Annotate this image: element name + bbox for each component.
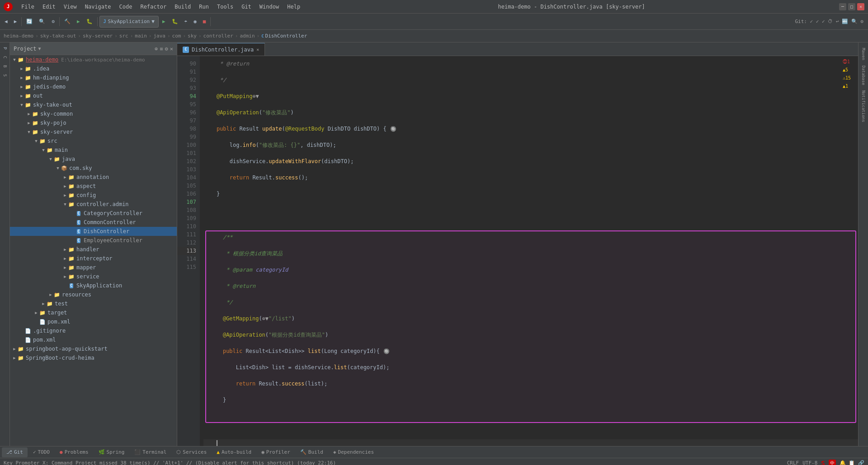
project-icon[interactable]: P: [1, 44, 9, 52]
tree-item-sky-pojo[interactable]: ▶ 📁 sky-pojo: [10, 118, 177, 127]
menu-tools[interactable]: Tools: [213, 3, 237, 11]
window-controls[interactable]: ─ □ ✕: [839, 3, 864, 10]
tree-item-interceptor[interactable]: ▶ 📁 interceptor: [10, 254, 177, 263]
toolbar-settings[interactable]: ⚙: [49, 15, 57, 28]
tree-item-handler[interactable]: ▶ 📁 handler: [10, 245, 177, 254]
editor-tab-dish-controller[interactable]: C DishController.java ✕: [177, 43, 265, 56]
breadcrumb-part-4[interactable]: main: [135, 33, 147, 39]
tree-item-controller-admin[interactable]: ▼ 📁 controller.admin: [10, 200, 177, 209]
breadcrumb-part-1[interactable]: sky-take-out: [40, 33, 76, 39]
tree-item-jedis-demo[interactable]: ▶ 📁 jedis-demo: [10, 82, 177, 91]
toolbar-stop[interactable]: ■: [200, 15, 209, 28]
tree-item-heima-demo[interactable]: ▼ 📁 heima-demo E:\idea-workspace\heima-d…: [10, 55, 177, 64]
code-editor[interactable]: * @return */ @PutMapping⊕▼ @ApiOperation…: [200, 56, 858, 446]
bottom-tab-autobuild[interactable]: ▲ Auto-build: [212, 447, 256, 457]
panel-header-icons[interactable]: ⊕ ≡ ⚙ ✕: [155, 46, 173, 52]
tree-item-dish-controller[interactable]: C DishController: [10, 227, 177, 236]
tree-item-java[interactable]: ▼ 📁 java: [10, 155, 177, 164]
maven-tab[interactable]: Maven: [860, 46, 867, 62]
editor-tabs[interactable]: C DishController.java ✕: [177, 42, 858, 56]
breadcrumb-part-7[interactable]: sky: [188, 33, 197, 39]
tab-close-button[interactable]: ✕: [256, 47, 259, 52]
tree-item-sky-application[interactable]: C SkyApplication: [10, 281, 177, 290]
menu-bar[interactable]: File Edit View Navigate Code Refactor Bu…: [18, 3, 304, 11]
status-crlf[interactable]: CRLF: [787, 460, 799, 465]
tree-item-sky-common[interactable]: ▶ 📁 sky-common: [10, 109, 177, 118]
bottom-tab-todo[interactable]: ✓ TODO: [28, 447, 54, 457]
tree-item-sky-server[interactable]: ▼ 📁 sky-server: [10, 127, 177, 136]
breadcrumb-part-0[interactable]: heima-demo: [4, 33, 33, 39]
tree-item-common-controller[interactable]: C CommonController: [10, 218, 177, 227]
breadcrumb-part-6[interactable]: com: [172, 33, 181, 39]
bottom-tab-build[interactable]: 🔨 Build: [296, 447, 328, 457]
tree-item-test[interactable]: ▶ 📁 test: [10, 299, 177, 308]
breadcrumb-part-8[interactable]: controller: [203, 33, 233, 39]
menu-window[interactable]: Window: [256, 3, 283, 11]
tree-item-employee-controller[interactable]: C EmployeeController: [10, 236, 177, 245]
tree-item-aspect[interactable]: ▶ 📁 aspect: [10, 182, 177, 191]
status-charset[interactable]: UTF-8: [802, 460, 817, 465]
commit-icon[interactable]: C: [1, 53, 9, 61]
toolbar-back[interactable]: ◀: [2, 15, 10, 28]
breadcrumb-part-3[interactable]: src: [119, 33, 128, 39]
tree-item-pom1[interactable]: 📄 pom.xml: [10, 317, 177, 326]
tree-item-out[interactable]: ▶ 📁 out: [10, 91, 177, 100]
menu-git[interactable]: Git: [238, 3, 255, 11]
minimize-button[interactable]: ─: [839, 3, 846, 10]
tree-item-target[interactable]: ▶ 📁 target: [10, 308, 177, 317]
menu-view[interactable]: View: [60, 3, 80, 11]
panel-icon-settings[interactable]: ⚙: [165, 46, 168, 52]
breadcrumb-current[interactable]: CDishController: [261, 33, 307, 39]
tree-item-annotation[interactable]: ▶ 📁 annotation: [10, 173, 177, 182]
tree-item-idea[interactable]: ▶ 📁 .idea: [10, 64, 177, 73]
tree-item-gitignore[interactable]: 📄 .gitignore: [10, 326, 177, 335]
breadcrumb-part-5[interactable]: java: [153, 33, 165, 39]
structure-icon[interactable]: S: [1, 71, 9, 80]
bottom-tab-dependencies[interactable]: ◈ Dependencies: [329, 447, 378, 457]
toolbar-profile[interactable]: ◉: [191, 15, 199, 28]
panel-icon-collapse[interactable]: ≡: [160, 46, 163, 52]
file-tree[interactable]: ▼ 📁 heima-demo E:\idea-workspace\heima-d…: [10, 55, 177, 446]
panel-icon-add[interactable]: ⊕: [155, 46, 158, 52]
tree-item-com-sky[interactable]: ▼ 📦 com.sky: [10, 164, 177, 173]
panel-icon-close[interactable]: ✕: [170, 46, 173, 52]
maximize-button[interactable]: □: [848, 3, 855, 10]
status-lang[interactable]: 中: [829, 460, 836, 465]
toolbar-build-btn[interactable]: 🔨: [61, 15, 73, 28]
toolbar-coverage[interactable]: ☂: [182, 15, 190, 28]
tree-item-src[interactable]: ▼ 📁 src: [10, 136, 177, 146]
bottom-tab-services[interactable]: ⬡ Services: [172, 447, 211, 457]
breadcrumb-part-9[interactable]: admin: [240, 33, 255, 39]
bottom-tab-git[interactable]: ⎇ Git: [2, 447, 28, 457]
tree-item-pom2[interactable]: 📄 pom.xml: [10, 335, 177, 344]
tree-item-mapper[interactable]: ▶ 📁 mapper: [10, 263, 177, 272]
menu-code[interactable]: Code: [116, 3, 136, 11]
close-button[interactable]: ✕: [857, 3, 864, 10]
menu-refactor[interactable]: Refactor: [137, 3, 170, 11]
bottom-tab-profiler[interactable]: ◉ Profiler: [257, 447, 295, 457]
tree-item-main[interactable]: ▼ 📁 main: [10, 146, 177, 155]
menu-build[interactable]: Build: [171, 3, 194, 11]
run-config-dropdown[interactable]: J SkyApplication ▼: [99, 16, 159, 28]
tree-item-config[interactable]: ▶ 📁 config: [10, 191, 177, 200]
menu-help[interactable]: Help: [283, 3, 304, 11]
toolbar-sync[interactable]: 🔄: [24, 15, 35, 28]
toolbar-run[interactable]: ▶: [74, 15, 83, 28]
toolbar-run2[interactable]: ▶: [160, 15, 168, 28]
bottom-tab-problems[interactable]: ● Problems: [55, 447, 93, 457]
toolbar-debug2[interactable]: 🐛: [169, 15, 181, 28]
tree-item-category-controller[interactable]: C CategoryController: [10, 209, 177, 218]
tree-item-hm-dianping[interactable]: ▶ 📁 hm-dianping: [10, 73, 177, 82]
menu-run[interactable]: Run: [195, 3, 212, 11]
bottom-tab-spring[interactable]: 🌿 Spring: [94, 447, 129, 457]
tree-item-service[interactable]: ▶ 📁 service: [10, 272, 177, 281]
toolbar-debug[interactable]: 🐛: [84, 15, 95, 28]
toolbar-search[interactable]: 🔍: [36, 15, 48, 28]
tree-item-resources[interactable]: ▶ 📁 resources: [10, 290, 177, 299]
tree-item-springboot-crud[interactable]: ▶ 📁 SpringBoot-crud-heima: [10, 353, 177, 362]
bottom-tab-terminal[interactable]: ⬛ Terminal: [130, 447, 171, 457]
breadcrumb-part-2[interactable]: sky-server: [83, 33, 113, 39]
database-tab[interactable]: Database: [860, 64, 867, 87]
menu-edit[interactable]: Edit: [39, 3, 59, 11]
tree-item-springboot-aop[interactable]: ▶ 📁 springboot-aop-quickstart: [10, 344, 177, 353]
